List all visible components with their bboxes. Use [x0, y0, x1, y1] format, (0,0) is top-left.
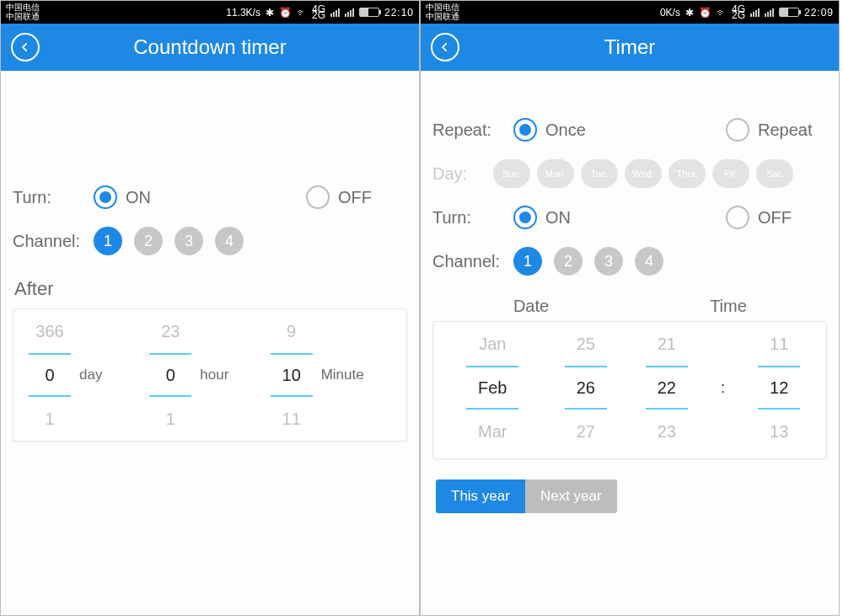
channel-3[interactable]: 3: [594, 247, 623, 276]
phone-timer: 中国电信 中国联通 0K/s ✱ ⏰ ᯤ 4G2G 22:09 Timer Re…: [420, 0, 840, 616]
channel-label: Channel:: [432, 252, 513, 271]
alarm-icon: ⏰: [279, 7, 292, 19]
year-segment: This year Next year: [436, 479, 617, 513]
next-year-button[interactable]: Next year: [525, 479, 617, 513]
day-fri[interactable]: Fri.: [712, 159, 749, 188]
status-bar: 中国电信 中国联通 11.3K/s ✱ ⏰ ᯤ 4G2G 22:10: [1, 1, 419, 24]
channel-4[interactable]: 4: [215, 227, 244, 255]
channel-1[interactable]: 1: [94, 227, 122, 255]
channel-3[interactable]: 3: [175, 227, 203, 255]
battery-icon: [359, 8, 379, 17]
turn-label: Turn:: [13, 188, 94, 207]
minute-unit: Minute: [321, 367, 364, 383]
signal-icon-2: [765, 8, 774, 17]
back-button[interactable]: [11, 33, 40, 62]
day-wed[interactable]: Wed.: [625, 159, 662, 188]
status-clock: 22:10: [384, 7, 414, 19]
signal-icon: [750, 8, 760, 17]
page-title: Countdown timer: [1, 35, 419, 59]
channel-row: Channel: 1 2 3 4: [13, 222, 407, 260]
app-header: Countdown timer: [1, 24, 419, 71]
channel-1[interactable]: 1: [513, 247, 542, 276]
hour-unit: hour: [200, 367, 228, 383]
page-title: Timer: [421, 35, 839, 59]
repeat-once-radio[interactable]: Once: [513, 118, 726, 142]
hour-spinner[interactable]: 23 0 1: [149, 309, 191, 441]
bluetooth-icon: ✱: [266, 7, 274, 19]
carrier-1: 中国电信: [426, 3, 459, 12]
turn-on-radio[interactable]: ON: [513, 206, 726, 229]
minute-spinner[interactable]: 11 12 13: [758, 322, 800, 453]
day-thu[interactable]: Thur.: [668, 159, 706, 188]
net-speed: 0K/s: [660, 7, 680, 19]
channel-2[interactable]: 2: [134, 227, 163, 255]
carrier-1: 中国电信: [6, 3, 40, 12]
channel-2[interactable]: 2: [554, 247, 583, 276]
turn-off-radio[interactable]: OFF: [726, 206, 827, 229]
turn-row: Turn: ON OFF: [432, 199, 827, 236]
time-separator: :: [719, 379, 726, 397]
turn-off-radio[interactable]: OFF: [306, 185, 407, 209]
month-spinner[interactable]: Jan Feb Mar: [466, 322, 518, 453]
wifi-icon: ᯤ: [297, 7, 307, 19]
hour-spinner[interactable]: 21 22 23: [646, 322, 688, 453]
signal-icon: [330, 8, 340, 17]
day-sat[interactable]: Sat.: [756, 159, 793, 188]
repeat-repeat-radio[interactable]: Repeat: [726, 118, 827, 142]
bluetooth-icon: ✱: [685, 7, 694, 19]
app-header: Timer: [421, 24, 839, 71]
status-bar: 中国电信 中国联通 0K/s ✱ ⏰ ᯤ 4G2G 22:09: [421, 1, 839, 24]
datetime-picker: Jan Feb Mar 25 26 27 21 22 23: [432, 321, 827, 459]
date-header: Date: [432, 297, 630, 316]
day-label: Day:: [432, 164, 493, 184]
day-sun[interactable]: Sun.: [493, 159, 530, 188]
phone-countdown: 中国电信 中国联通 11.3K/s ✱ ⏰ ᯤ 4G2G 22:10 Count…: [0, 0, 420, 616]
minute-spinner[interactable]: 9 10 11: [271, 309, 313, 441]
day-row: Day: Sun. Mon. Tue. Wed. Thur. Fri. Sat.: [432, 155, 827, 192]
battery-icon: [779, 8, 799, 17]
turn-on-radio[interactable]: ON: [94, 185, 306, 209]
status-clock: 22:09: [804, 7, 834, 19]
duration-picker: 366 0 1 day 23 0 1 hour 9: [13, 308, 407, 442]
datetime-headers: Date Time: [432, 287, 827, 321]
repeat-label: Repeat:: [432, 121, 513, 140]
chevron-left-icon: [19, 41, 31, 53]
day-mon[interactable]: Mon.: [537, 159, 574, 188]
turn-row: Turn: ON OFF: [13, 179, 407, 216]
carrier-2: 中国联通: [426, 13, 459, 21]
after-label: After: [14, 278, 405, 300]
turn-label: Turn:: [432, 208, 513, 228]
alarm-icon: ⏰: [699, 7, 711, 19]
channel-label: Channel:: [13, 232, 94, 251]
day-spinner[interactable]: 25 26 27: [565, 322, 607, 453]
net-speed: 11.3K/s: [226, 7, 260, 19]
signal-icon-2: [345, 8, 354, 17]
back-button[interactable]: [431, 33, 459, 62]
carrier-2: 中国联通: [6, 13, 40, 21]
channel-4[interactable]: 4: [635, 247, 663, 276]
time-header: Time: [630, 297, 827, 316]
wifi-icon: ᯤ: [717, 7, 727, 19]
channel-row: Channel: 1 2 3 4: [432, 243, 827, 280]
day-unit: day: [79, 367, 102, 383]
this-year-button[interactable]: This year: [436, 479, 525, 513]
repeat-row: Repeat: Once Repeat: [432, 111, 827, 148]
day-spinner[interactable]: 366 0 1: [29, 309, 71, 441]
day-tue[interactable]: Tue.: [581, 159, 618, 188]
chevron-left-icon: [439, 41, 451, 53]
